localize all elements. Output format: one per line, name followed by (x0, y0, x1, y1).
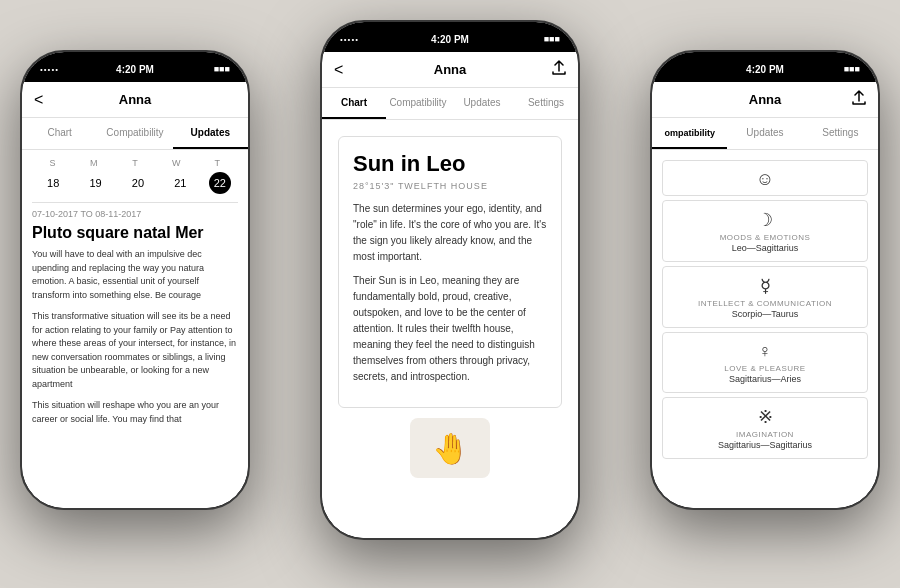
time-left: 4:20 PM (116, 64, 154, 75)
sun-subtitle: 28°15'3" TWELFTH HOUSE (353, 181, 547, 191)
tab-settings-right[interactable]: Settings (803, 118, 878, 149)
tab-compatibility-left[interactable]: Compatibility (97, 118, 172, 149)
tab-bar-center: Chart Compatibility Updates Settings (322, 88, 578, 120)
sun-title: Sun in Leo (353, 151, 547, 177)
content-right: ☺ ☽ MOODS & EMOTIONS Leo—Sagittarius ☿ I… (652, 150, 878, 508)
update-body-2: This transformative situation will see i… (32, 310, 238, 391)
power-button (248, 142, 250, 182)
day-label-w: W (162, 158, 190, 168)
battery-center: ■■■ (544, 34, 560, 44)
chart-row-0: ☺ (662, 160, 868, 196)
content-left: S M T W T 18 19 20 21 22 07-10-2017 TO 0… (22, 150, 248, 508)
sun-content: Sun in Leo 28°15'3" TWELFTH HOUSE The su… (322, 120, 578, 494)
update-body-1: You will have to deal with an impulsive … (32, 248, 238, 302)
right-volume-up (650, 132, 652, 156)
battery-left: ■■■ (214, 64, 230, 74)
divider-1 (32, 202, 238, 203)
tab-bar-left: Chart Compatibility Updates (22, 118, 248, 150)
time-right: 4:20 PM (746, 64, 784, 75)
center-volume-down (320, 144, 322, 170)
battery-right: ■■■ (844, 64, 860, 74)
hand-icon: 🤚 (410, 418, 490, 478)
content-center: Sun in Leo 28°15'3" TWELFTH HOUSE The su… (322, 120, 578, 538)
screen-center: ••••• 4:20 PM ■■■ < Anna Chart Compatibi… (322, 22, 578, 538)
hand-illustration: 🤚 (338, 418, 562, 478)
updates-content: S M T W T 18 19 20 21 22 07-10-2017 TO 0… (22, 150, 248, 442)
chart-signs-4: Sagittarius—Sagittarius (718, 440, 812, 450)
chart-label-1: MOODS & EMOTIONS (720, 233, 811, 242)
chart-signs-3: Sagittarius—Aries (729, 374, 801, 384)
phone-center: ••••• 4:20 PM ■■■ < Anna Chart Compatibi… (320, 20, 580, 540)
share-button-center[interactable] (552, 60, 566, 79)
nav-bar-right: Anna (652, 82, 878, 118)
update-title: Pluto square natal Mer (32, 223, 238, 242)
update-body-3: This situation will reshape who you are … (32, 399, 238, 426)
sun-card: Sun in Leo 28°15'3" TWELFTH HOUSE The su… (338, 136, 562, 408)
nav-bar-left: < Anna (22, 82, 248, 118)
chart-symbol-0: ☺ (756, 169, 774, 190)
tab-chart-center[interactable]: Chart (322, 88, 386, 119)
status-bar-left: ••••• 4:20 PM ■■■ (22, 52, 248, 82)
share-button-right[interactable] (852, 90, 866, 109)
center-power (578, 122, 580, 166)
volume-down-button (20, 162, 22, 186)
nav-title-left: Anna (119, 92, 152, 107)
right-volume-down (650, 162, 652, 186)
time-center: 4:20 PM (431, 34, 469, 45)
tab-bar-right: ompatibility Updates Settings (652, 118, 878, 150)
cal-day-19[interactable]: 19 (82, 172, 110, 194)
calendar-days: 18 19 20 21 22 (32, 172, 238, 194)
tab-updates-right[interactable]: Updates (727, 118, 802, 149)
tab-chart-left[interactable]: Chart (22, 118, 97, 149)
back-button-center[interactable]: < (334, 61, 343, 79)
volume-up-button (20, 132, 22, 156)
day-label-m: M (80, 158, 108, 168)
chart-symbol-2: ☿ (760, 275, 771, 297)
tab-updates-left[interactable]: Updates (173, 118, 248, 149)
signal-center: ••••• (340, 35, 359, 44)
chart-row-1: ☽ MOODS & EMOTIONS Leo—Sagittarius (662, 200, 868, 262)
screen-right: 4:20 PM ■■■ Anna ompatibility Updates Se… (652, 52, 878, 508)
status-bar-center: ••••• 4:20 PM ■■■ (322, 22, 578, 52)
chart-label-3: LOVE & PLEASURE (724, 364, 805, 373)
signal-left: ••••• (40, 65, 59, 74)
cal-day-21[interactable]: 21 (166, 172, 194, 194)
nav-title-right: Anna (749, 92, 782, 107)
day-label-t2: T (203, 158, 231, 168)
calendar-header: S M T W T (32, 158, 238, 168)
chart-signs-1: Leo—Sagittarius (732, 243, 799, 253)
nav-bar-center: < Anna (322, 52, 578, 88)
center-volume-up (320, 112, 322, 138)
tab-compatibility-center[interactable]: Compatibility (386, 88, 450, 119)
sun-body-1: The sun determines your ego, identity, a… (353, 201, 547, 265)
chart-symbol-3: ♀ (758, 341, 772, 362)
screen-left: ••••• 4:20 PM ■■■ < Anna Chart Compatibi… (22, 52, 248, 508)
cal-day-20[interactable]: 20 (124, 172, 152, 194)
chart-row-4: ※ IMAGINATION Sagittarius—Sagittarius (662, 397, 868, 459)
chart-signs-2: Scorpio—Taurus (732, 309, 799, 319)
chart-rows: ☺ ☽ MOODS & EMOTIONS Leo—Sagittarius ☿ I… (652, 150, 878, 469)
cal-day-22[interactable]: 22 (209, 172, 231, 194)
update-date: 07-10-2017 TO 08-11-2017 (32, 209, 238, 219)
back-button-left[interactable]: < (34, 91, 43, 109)
chart-row-3: ♀ LOVE & PLEASURE Sagittarius—Aries (662, 332, 868, 393)
phone-right: 4:20 PM ■■■ Anna ompatibility Updates Se… (650, 50, 880, 510)
tab-compatibility-right[interactable]: ompatibility (652, 118, 727, 149)
day-label-t1: T (121, 158, 149, 168)
cal-day-18[interactable]: 18 (39, 172, 67, 194)
chart-label-4: IMAGINATION (736, 430, 794, 439)
nav-title-center: Anna (434, 62, 467, 77)
tab-settings-center[interactable]: Settings (514, 88, 578, 119)
status-bar-right: 4:20 PM ■■■ (652, 52, 878, 82)
chart-symbol-1: ☽ (757, 209, 773, 231)
right-power (878, 142, 880, 182)
day-label-s: S (39, 158, 67, 168)
sun-body-2: Their Sun is in Leo, meaning they are fu… (353, 273, 547, 385)
phone-left: ••••• 4:20 PM ■■■ < Anna Chart Compatibi… (20, 50, 250, 510)
chart-symbol-4: ※ (758, 406, 773, 428)
tab-updates-center[interactable]: Updates (450, 88, 514, 119)
chart-row-2: ☿ INTELLECT & COMMUNICATION Scorpio—Taur… (662, 266, 868, 328)
chart-label-2: INTELLECT & COMMUNICATION (698, 299, 832, 308)
